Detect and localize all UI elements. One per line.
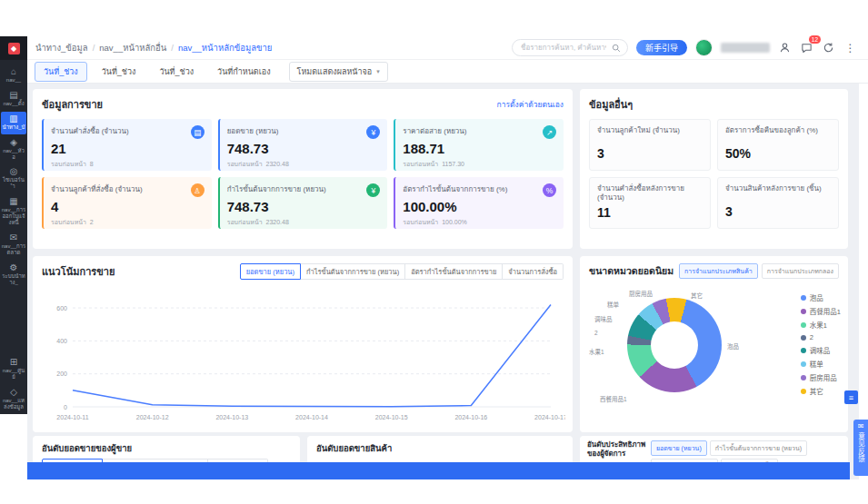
sidebar-item-system[interactable]: ⚙ ระบบนำทาง_ [1, 261, 26, 290]
legend-item[interactable]: 2 [801, 333, 841, 341]
top-bar: นำทาง_ข้อมูล / nav__หน้าหลักอื่น / nav__… [27, 36, 868, 60]
donut-chart-area: 厨房用品 其它 糕单 调味品 2 水果1 西餐用品1 泡品 [589, 291, 771, 427]
legend-item[interactable]: 水果1 [801, 320, 841, 330]
donut-legend: 泡品 西餐用品1 水果1 2 调味品 糕单 厨房用品 其它 [801, 292, 841, 396]
period-tab-2[interactable]: วันที่_ช่วง [150, 62, 203, 82]
kpi-gross-profit: กำไรขั้นต้นจากการขาย (หยวน) 748.73 รอบก่… [218, 177, 388, 229]
svg-text:2024-10-15: 2024-10-15 [375, 414, 408, 420]
newbie-guide-button[interactable]: 新手引导 [636, 40, 687, 55]
sidebar-item-products[interactable]: ◈ nav__หัวอ [1, 135, 26, 164]
home-icon: ⌂ [11, 67, 16, 76]
breadcrumb-item[interactable]: nav__หน้าหลักอื่น [99, 41, 166, 54]
more-icon[interactable]: ⋮ [843, 41, 857, 54]
sales-trend-card: แนวโน้มการขาย ยอดขาย (หยวน) กำไรขั้นต้นจ… [33, 256, 573, 432]
period-tab-0[interactable]: วันที่_ช่วง [35, 62, 87, 82]
manager-tab-profit[interactable]: กำไรขั้นต้นจากการขาย (หยวน) [710, 440, 807, 456]
breadcrumb-separator: / [93, 43, 95, 53]
feedback-tab[interactable]: ✉ 意见反馈 [853, 420, 868, 476]
sidebar-item-apps[interactable]: ⊞ nav__ศูนย์ [1, 355, 26, 384]
manager-tab-sales[interactable]: ยอดขาย (หยวน) [651, 440, 707, 456]
gear-icon: ⚙ [10, 263, 18, 272]
avatar[interactable] [695, 39, 713, 56]
svg-text:2024-10-17: 2024-10-17 [534, 414, 565, 420]
svg-text:400: 400 [56, 338, 67, 344]
breadcrumb-item-current: nav__หน้าหลักข้อมูลขาย [178, 41, 273, 54]
donut-label: 水果1 [589, 347, 604, 356]
sidebar-item-dashboard[interactable]: ▥ นำทาง_บั [1, 112, 26, 134]
custom-settings-link[interactable]: การตั้งค่าด้วยตนเอง [497, 98, 564, 111]
legend-dot [801, 375, 806, 380]
kpi-sales-amount: ยอดขาย (หยวน) 748.73 รอบก่อนหน้า 2320.48… [218, 119, 388, 171]
category-tab-product[interactable]: การจำแนกประเภทสินค้า [679, 263, 758, 279]
sidebar-item-invoice[interactable]: ▦ nav__การออกใบแจ้งหนี้ [1, 194, 26, 230]
donut-chart[interactable] [627, 298, 722, 392]
user-add-icon[interactable] [778, 41, 792, 54]
legend-item[interactable]: 调味品 [801, 345, 841, 355]
trend-icon: ↗ [543, 125, 556, 139]
customer-icon: ♙ [191, 183, 205, 197]
target-icon: ◎ [10, 167, 18, 176]
message-badge: 12 [809, 35, 821, 44]
period-tab-custom[interactable]: วันที่กำหนดเอง [208, 62, 279, 82]
top-category-card: ขนาดหมวดยอดนิยม การจำแนกประเภทสินค้า การ… [580, 256, 848, 432]
trend-tab-profit[interactable]: กำไรขั้นต้นจากการขาย (หยวน) [301, 263, 405, 280]
legend-item[interactable]: 糕单 [801, 359, 841, 369]
breadcrumb: นำทาง_ข้อมูล / nav__หน้าหลักอื่น / nav__… [35, 41, 272, 54]
legend-dot [801, 309, 806, 314]
percent-icon: % [543, 183, 556, 197]
chart-icon: ▥ [9, 114, 17, 124]
kpi-avg-price: ราคาต่อสาย (หยวน) 188.71 รอบก่อนหน้า 115… [394, 119, 564, 171]
data-icon: ◇ [10, 388, 17, 397]
svg-text:2024-10-16: 2024-10-16 [454, 414, 487, 420]
donut-label: 调味品 [594, 314, 613, 323]
sidebar-item-home[interactable]: ⌂ nav__ [1, 64, 26, 87]
svg-text:2024-10-13: 2024-10-13 [215, 414, 248, 420]
legend-dot [801, 348, 806, 353]
svg-text:200: 200 [56, 371, 67, 377]
display-mode-dropdown[interactable]: โหมดแสดงผลหน้าจอ ▾ [289, 62, 388, 82]
legend-dot [801, 322, 806, 328]
trend-chart: 02004006002024-10-112024-10-122024-10-13… [40, 289, 565, 425]
panel-toggle-button[interactable]: ≡ [844, 390, 858, 404]
trend-tab-orders[interactable]: จำนวนการสั่งซื้อ [503, 263, 564, 280]
sidebar-item-network[interactable]: ◎ ไซเบอร์นำ [1, 164, 26, 193]
svg-text:2024-10-14: 2024-10-14 [295, 414, 328, 420]
legend-dot [801, 361, 806, 367]
metric-aftersale-items: จำนวนสินค้าหลังการขาย (ชิ้น) 3 [717, 177, 839, 229]
category-tab-warehouse[interactable]: การจำแนกประเภทกลอง [762, 263, 839, 279]
user-name-redacted [721, 43, 770, 53]
search-input[interactable] [519, 43, 608, 53]
sidebar-item-settings[interactable]: ▤ nav__ตั้ง [1, 88, 26, 111]
kpi-gross-margin: อัตรากำไรขั้นต้นจากการขาย (%) 100.00% รอ… [394, 177, 564, 229]
messages-icon[interactable]: 12 [800, 41, 813, 54]
global-search[interactable] [512, 39, 628, 56]
sidebar-item-data[interactable]: ◇ nav__แหล่งข้อมูล [1, 385, 26, 414]
metric-new-customers: จำนวนลูกค้าใหม่ (จำนวน) 3 [589, 119, 711, 171]
period-tab-bar: วันที่_ช่วง วันที่_ช่วง วันที่_ช่วง วันท… [27, 60, 868, 84]
trend-tab-margin[interactable]: อัตรากำไรขั้นต้นจากการขาย [405, 263, 503, 280]
trend-metric-switcher: ยอดขาย (หยวน) กำไรขั้นต้นจากการขาย (หยวน… [240, 263, 564, 280]
category-card-title: ขนาดหมวดยอดนิยม [589, 263, 673, 279]
donut-label: 西餐用品1 [600, 394, 627, 403]
svg-text:2024-10-11: 2024-10-11 [56, 414, 88, 420]
logo-icon: ◆ [8, 43, 20, 54]
trend-card-title: แนวโน้มการขาย [42, 263, 115, 280]
legend-item[interactable]: 其它 [801, 386, 841, 396]
donut-label: 厨房用品 [629, 289, 653, 298]
legend-item[interactable]: 西餐用品1 [801, 306, 841, 316]
refresh-icon[interactable] [822, 41, 835, 54]
sidebar-item-marketing[interactable]: ✉ nav__การตลาด [1, 231, 26, 260]
breadcrumb-item[interactable]: นำทาง_ข้อมูล [35, 41, 88, 54]
period-tab-1[interactable]: วันที่_ช่วง [93, 62, 145, 82]
legend-item[interactable]: 泡品 [801, 292, 841, 302]
sidebar: ⌂ nav__ ▤ nav__ตั้ง ▥ นำทาง_บั ◈ nav__หั… [0, 60, 27, 414]
donut-label: 其它 [691, 291, 703, 300]
trend-tab-sales[interactable]: ยอดขาย (หยวน) [240, 263, 301, 280]
mail-icon: ✉ [10, 233, 17, 242]
apps-icon: ⊞ [10, 358, 17, 367]
legend-dot [801, 389, 806, 394]
legend-dot [801, 335, 806, 341]
chevron-down-icon: ▾ [376, 68, 380, 75]
legend-item[interactable]: 厨房用品 [801, 372, 841, 382]
metric-aftersale-orders: จำนวนคำสั่งซื้อหลังการขาย (จำนวน) 11 [589, 177, 711, 229]
